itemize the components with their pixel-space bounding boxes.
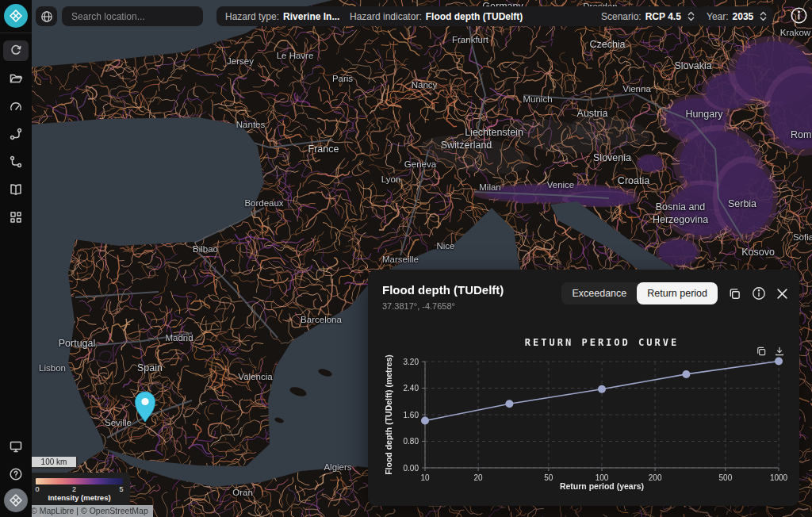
panel-info-button[interactable]: [752, 286, 766, 301]
dropdown-label: Hazard type:: [225, 11, 279, 22]
chart-ylabel: Flood depth (TUDelft) (metres): [384, 354, 393, 475]
svg-text:500: 500: [719, 473, 733, 482]
svg-text:0.00: 0.00: [404, 464, 419, 473]
tab-return-period[interactable]: Return period: [637, 282, 718, 304]
sidebar-divider: [0, 33, 32, 33]
legend-gradient-bar: [36, 478, 123, 484]
sidebar-item-route[interactable]: [3, 124, 29, 144]
map-label: Algiers: [324, 462, 351, 472]
map-label: Lyon: [381, 174, 401, 184]
map-label: Oran: [232, 488, 253, 497]
bottom-logo[interactable]: [4, 488, 28, 512]
dropdown-label: Hazard indicator:: [350, 11, 422, 22]
map-label: Munich: [523, 94, 552, 104]
map-label: Romania: [791, 129, 812, 140]
sidebar-item-library[interactable]: [3, 179, 29, 200]
year-dropdown[interactable]: Year: 2035: [698, 6, 773, 26]
dropdown-value: Flood depth (TUDelft): [426, 11, 523, 22]
map-label: Milan: [479, 182, 500, 192]
map-attribution[interactable]: © MapLibre | © OpenStreetMap: [26, 505, 153, 517]
app-logo[interactable]: [4, 4, 28, 28]
dropdown-label: Scenario:: [601, 11, 642, 22]
legend-ticks: 0 2 5: [36, 484, 123, 493]
svg-text:0.80: 0.80: [404, 437, 419, 446]
copy-button[interactable]: [728, 287, 741, 301]
search-box: [62, 6, 203, 26]
hazard-detail-panel: Flood depth (TUDelft) 37.3817°, -4.7658°…: [368, 270, 799, 506]
chevron-updown-icon: [688, 10, 695, 22]
map-label: Bosnia and Herzegovina: [644, 201, 717, 226]
map-label: Liechtenstein: [465, 127, 523, 138]
map-label: Slovenia: [593, 152, 631, 163]
svg-text:20: 20: [474, 473, 484, 482]
legend-tick: 0: [35, 485, 39, 493]
map-label: Seville: [105, 418, 132, 427]
sidebar-item-waypoints[interactable]: [3, 151, 29, 172]
sidebar-item-help[interactable]: [3, 464, 29, 484]
globe-icon: [40, 10, 53, 23]
return-period-chart: 10205010020050010000.000.801.602.403.20R…: [368, 316, 799, 504]
map-label: Slovakia: [674, 60, 711, 71]
map-label: Marseille: [382, 255, 419, 264]
panel-title: Flood depth (TUDelft): [382, 283, 504, 297]
map-label: Portugal: [59, 338, 96, 349]
chart-title: RETURN PERIOD CURVE: [525, 337, 679, 348]
map-label: Lisbon: [39, 363, 66, 373]
svg-text:3.20: 3.20: [404, 358, 419, 366]
chart-actions: [756, 346, 785, 357]
map-scale-bar: 100 km: [30, 457, 78, 469]
map-label: Kosovo: [741, 247, 775, 258]
sidebar-item-apps[interactable]: [3, 207, 29, 228]
scenario-dropdown[interactable]: Scenario: RCP 4.5: [592, 6, 701, 26]
svg-text:50: 50: [544, 473, 553, 482]
hazard-type-dropdown[interactable]: Hazard type: Riverine In...: [216, 6, 359, 26]
map-label: Croatia: [618, 175, 649, 186]
info-button[interactable]: [790, 6, 808, 27]
map-label: Frankfurt: [452, 35, 488, 44]
waypoints-icon: [9, 155, 23, 169]
search-input[interactable]: [70, 10, 195, 23]
map-label: Serbia: [728, 198, 756, 209]
hazard-indicator-dropdown[interactable]: Hazard indicator: Flood depth (TUDelft): [341, 6, 611, 26]
tab-exceedance[interactable]: Exceedance: [561, 282, 637, 304]
svg-text:10: 10: [420, 473, 430, 482]
globe-button[interactable]: [36, 6, 57, 26]
map-label: Sofia: [793, 232, 812, 242]
info-icon: [752, 286, 766, 301]
map-label: Geneva: [404, 159, 436, 169]
svg-text:200: 200: [649, 473, 662, 482]
download-icon: [774, 346, 785, 357]
map-label: Paris: [332, 74, 353, 83]
gauge-icon: [9, 99, 23, 113]
map-label: Vienna: [622, 84, 651, 94]
map-label: Barcelona: [301, 315, 342, 324]
hazards-icon: [9, 44, 23, 58]
panel-controls: Exceedance Return period: [561, 282, 788, 304]
map-label: Madrid: [165, 333, 193, 343]
info-icon: [790, 6, 808, 25]
map-label: Valencia: [238, 372, 272, 381]
location-marker-pin[interactable]: [133, 391, 157, 423]
chart-copy-button[interactable]: [756, 346, 767, 357]
map-label: Hungary: [685, 109, 722, 120]
map-label: Nice: [436, 241, 454, 251]
sidebar-item-hazards[interactable]: [3, 40, 29, 61]
map-label: Spain: [137, 362, 163, 373]
copy-icon: [728, 287, 741, 301]
map-label: Bilbao: [193, 244, 218, 254]
book-icon: [9, 182, 23, 197]
map-label: Bordeaux: [244, 198, 283, 208]
chevron-updown-icon: [760, 10, 767, 22]
chart-download-button[interactable]: [774, 346, 785, 357]
svg-text:1000: 1000: [770, 473, 788, 482]
logo-icon: [9, 9, 23, 23]
legend-title: Intensity (metres): [36, 493, 123, 502]
map-label: Venice: [547, 180, 575, 190]
help-icon: [9, 467, 23, 481]
sidebar-item-files[interactable]: [3, 68, 29, 89]
sidebar-item-gauge[interactable]: [3, 96, 29, 117]
legend-tick: 5: [119, 485, 123, 493]
close-button[interactable]: [776, 288, 788, 300]
map-label: Nantes: [236, 120, 265, 129]
sidebar-item-display[interactable]: [3, 436, 29, 457]
